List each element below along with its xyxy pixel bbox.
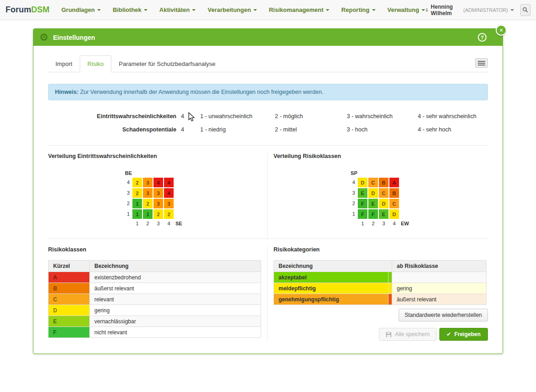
- setting-value[interactable]: 4: [176, 126, 200, 133]
- chevron-down-icon: [421, 9, 425, 11]
- risikoklassen-table: Kürzel Bezeichnung A existenzbedrohend B…: [48, 260, 261, 338]
- matrix-cell: 2: [164, 209, 174, 219]
- menu-reporting[interactable]: Reporting: [341, 6, 375, 13]
- color-strip: [388, 294, 392, 305]
- matrix-cell: 4: [153, 178, 163, 187]
- x-axis-label: EW: [399, 219, 409, 228]
- level-label: 4 - sehr wahrscheinlich: [418, 113, 488, 120]
- table-row[interactable]: C relevant: [49, 294, 261, 305]
- search-icon: [522, 7, 528, 13]
- x-tick: 2: [368, 219, 378, 228]
- menu-aktivitaeten[interactable]: Aktivitäten: [159, 6, 196, 13]
- save-all-button[interactable]: Alle speichern: [379, 328, 436, 341]
- table-column-left: Risikoklassen Kürzel Bezeichnung A exist…: [48, 246, 268, 341]
- chevron-down-icon: [144, 9, 148, 11]
- menu-label: Risikomanagement: [269, 6, 323, 13]
- table-row[interactable]: akzeptabel: [274, 272, 487, 283]
- main-menu: Grundlagen Bibliothek Aktivitäten Verarb…: [61, 6, 425, 13]
- y-tick: 1: [124, 209, 132, 219]
- matrices-section: Verteilung Eintrittswahrscheinlichkeiten…: [48, 146, 488, 239]
- table-row[interactable]: A existenzbedrohend: [49, 272, 261, 283]
- probability-distribution-matrix: BE 4 2 3 4 4 3 2 3 3 4: [124, 170, 261, 228]
- column-header: Kürzel: [49, 261, 90, 272]
- matrix-cell: D: [389, 209, 399, 219]
- matrix-cell: 4: [164, 188, 174, 198]
- x-axis-label: SE: [174, 219, 182, 228]
- menu-bar-icon: [478, 63, 485, 64]
- matrix-cell: E: [379, 209, 388, 219]
- menu-verarbeitungen[interactable]: Verarbeitungen: [208, 6, 257, 13]
- level-label: 1 - niedrig: [200, 126, 275, 133]
- matrix-cell: F: [358, 209, 367, 219]
- matrix-cell: 3: [143, 178, 153, 187]
- list-menu-button[interactable]: [475, 58, 488, 68]
- level-label: 2 - möglich: [275, 113, 347, 120]
- table-row[interactable]: B äußerst relevant: [49, 283, 261, 294]
- x-tick: 3: [153, 219, 164, 228]
- setting-label: Eintrittswahrscheinlichkeiten: [48, 113, 176, 120]
- matrix-cell: 1: [143, 209, 153, 219]
- risk-class-distribution-matrix: SP 4 D C B A 3 E D C B: [349, 170, 488, 228]
- setting-row-eintrittswahrscheinlichkeiten: Eintrittswahrscheinlichkeiten 4 1 - unwa…: [48, 109, 488, 123]
- y-tick: 4: [349, 177, 357, 188]
- tab-parameter-schutzbedarfsanalyse[interactable]: Parameter für Schutzbedarfsanalyse: [111, 56, 223, 72]
- chevron-down-icon: [510, 9, 514, 11]
- matrix-cell: C: [379, 188, 388, 198]
- menu-label: Aktivitäten: [159, 6, 190, 13]
- search-button[interactable]: [520, 4, 531, 16]
- release-button[interactable]: ✔ Freigeben: [439, 328, 488, 341]
- menu-bar-icon: [478, 61, 485, 62]
- save-icon: [386, 332, 392, 338]
- menu-bibliothek[interactable]: Bibliothek: [113, 6, 148, 13]
- table-column-right: Risikokategorien Bezeichnung ab Risikokl…: [268, 246, 488, 341]
- risk-class-code: B: [49, 283, 90, 294]
- menu-verwaltung[interactable]: Verwaltung: [388, 6, 425, 13]
- close-button[interactable]: ✕: [496, 25, 507, 36]
- tab-risiko[interactable]: Risiko: [80, 55, 111, 72]
- restore-defaults-button[interactable]: Standardwerte wiederherstellen: [399, 309, 488, 321]
- y-tick: 3: [349, 188, 357, 198]
- help-button[interactable]: ?: [478, 33, 487, 42]
- user-menu[interactable]: Henning Wilhelm (ADMINISTRATOR): [425, 4, 514, 16]
- menu-risikomanagement[interactable]: Risikomanagement: [269, 6, 329, 13]
- risk-class-code: C: [49, 294, 90, 305]
- save-all-label: Alle speichern: [395, 331, 429, 338]
- table-row[interactable]: F nicht relevant: [49, 327, 261, 338]
- modal-header: ⚙ Einstellungen ?: [33, 29, 503, 46]
- matrix-cell: D: [358, 178, 367, 187]
- level-label: 3 - hoch: [347, 126, 418, 133]
- menu-grundlagen[interactable]: Grundlagen: [61, 6, 101, 13]
- y-tick: 4: [124, 177, 132, 188]
- level-label: 2 - mittel: [275, 126, 347, 133]
- menu-label: Verarbeitungen: [208, 6, 251, 13]
- table-row[interactable]: E vernachlässigbar: [49, 316, 261, 327]
- matrix-cell: B: [389, 188, 399, 198]
- matrix-cell: F: [358, 199, 367, 208]
- matrix-cell: 2: [132, 188, 142, 198]
- table-row[interactable]: meldepflichtig gering: [274, 283, 487, 294]
- matrix-cell: 3: [143, 188, 153, 198]
- gear-icon: ⚙: [39, 33, 49, 43]
- chevron-down-icon: [97, 9, 101, 11]
- einstellungen-modal: ✕ ⚙ Einstellungen ? Import Risiko Parame…: [33, 28, 503, 354]
- menu-label: Bibliothek: [113, 6, 142, 13]
- tab-import[interactable]: Import: [48, 56, 80, 72]
- table-row[interactable]: genehmigungspflichtig äußerst relevant: [274, 294, 487, 305]
- matrix-cell: 2: [153, 209, 163, 219]
- y-tick: 3: [124, 188, 132, 198]
- menu-bar-icon: [478, 65, 485, 65]
- color-strip: [388, 283, 392, 294]
- menu-label: Grundlagen: [61, 6, 95, 13]
- risk-category-threshold[interactable]: gering: [392, 283, 487, 294]
- modal-body: Import Risiko Parameter für Schutzbedarf…: [33, 46, 503, 354]
- matrix-cell: 4: [164, 178, 174, 187]
- matrix-cell: B: [379, 178, 388, 187]
- matrix-column-left: Verteilung Eintrittswahrscheinlichkeiten…: [48, 153, 268, 239]
- risk-category-threshold[interactable]: [392, 272, 487, 283]
- table-row[interactable]: D gering: [49, 305, 261, 316]
- risk-category-threshold[interactable]: äußerst relevant: [392, 294, 487, 305]
- risk-class-code: D: [49, 305, 90, 316]
- risikokategorien-table: Bezeichnung ab Risikoklasse akzeptabel m…: [273, 260, 487, 305]
- app-logo[interactable]: ForumDSM: [5, 5, 49, 15]
- menu-label: Verwaltung: [388, 6, 419, 13]
